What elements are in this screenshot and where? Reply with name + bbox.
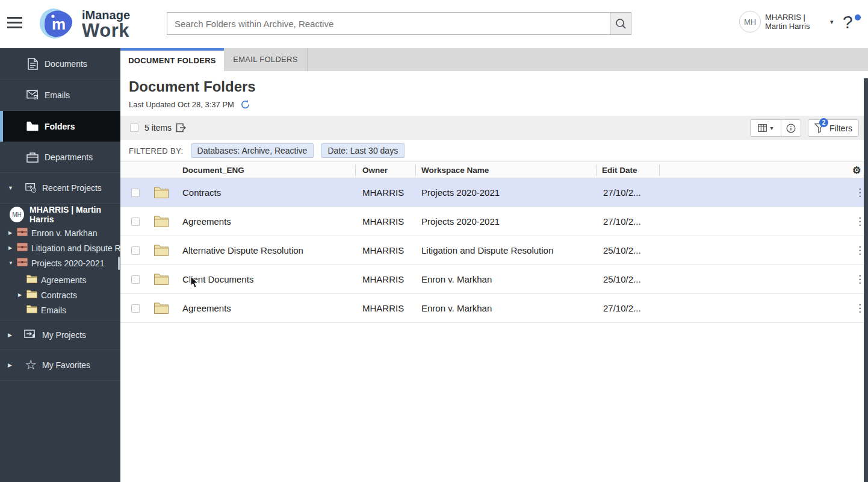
- table-view-icon: [758, 124, 767, 132]
- sidebar-scrollbar-thumb[interactable]: [118, 257, 120, 270]
- filters-count-badge: 2: [819, 118, 828, 127]
- workspace-icon: [17, 243, 28, 253]
- folder-name[interactable]: Agreements: [182, 294, 231, 323]
- help-button[interactable]: ?: [843, 11, 861, 35]
- filter-chip-date[interactable]: Date: Last 30 days: [321, 143, 405, 158]
- column-header-document[interactable]: Document_ENG: [182, 162, 244, 178]
- table-row[interactable]: Client Documents MHARRIS Enron v. Markha…: [120, 265, 868, 294]
- sidebar-item-label: Documents: [45, 59, 87, 69]
- brand-work: Work: [82, 22, 130, 40]
- column-header-workspace[interactable]: Workspace Name: [421, 162, 489, 178]
- column-settings-gear-icon[interactable]: ⚙: [852, 162, 861, 178]
- chevron-down-icon[interactable]: ▾: [830, 18, 834, 26]
- column-divider: [659, 164, 660, 176]
- tree-subfolder-agreements[interactable]: Agreements: [0, 272, 120, 287]
- column-divider: [415, 164, 416, 176]
- refresh-icon[interactable]: [240, 99, 250, 110]
- owner-cell: MHARRIS: [362, 207, 404, 236]
- column-header-owner[interactable]: Owner: [362, 162, 388, 178]
- info-icon: [786, 124, 796, 133]
- my-projects-icon: [24, 330, 37, 340]
- table-row[interactable]: Contracts MHARRIS Projects 2020-2021 27/…: [120, 178, 868, 207]
- caret-right-icon[interactable]: ▶: [8, 332, 12, 338]
- tree-subfolder-contracts[interactable]: ▶ Contracts: [0, 287, 120, 302]
- table-row[interactable]: Agreements MHARRIS Projects 2020-2021 27…: [120, 207, 868, 236]
- tree-item-projects-2020-2021[interactable]: ▼ Projects 2020-2021: [0, 255, 120, 271]
- tree-item-label: Contracts: [41, 290, 77, 300]
- svg-text:m: m: [52, 15, 66, 33]
- tree-subfolder-emails[interactable]: Emails: [0, 302, 120, 318]
- folder-icon: [26, 290, 37, 300]
- tab-email-folders[interactable]: EMAIL FOLDERS: [224, 48, 308, 71]
- owner-cell: MHARRIS: [362, 265, 404, 294]
- sidebar-item-label: My Projects: [42, 330, 86, 340]
- sidebar: Documents Emails Folders Departments ▼: [0, 48, 120, 482]
- folder-name[interactable]: Client Documents: [182, 265, 253, 294]
- caret-right-icon[interactable]: ▶: [8, 230, 12, 236]
- folder-icon: [26, 121, 39, 131]
- row-checkbox[interactable]: [131, 189, 140, 197]
- sidebar-item-folders[interactable]: Folders: [0, 111, 120, 142]
- caret-right-icon[interactable]: ▶: [8, 362, 12, 368]
- sidebar-item-emails[interactable]: Emails: [0, 80, 120, 111]
- sidebar-item-label: Folders: [45, 122, 75, 131]
- tree-item-litigation[interactable]: ▶ Litigation and Dispute Res: [0, 240, 120, 255]
- folder-name[interactable]: Alternative Dispute Resolution: [182, 236, 303, 265]
- star-icon: ☆: [24, 357, 37, 373]
- row-checkbox[interactable]: [131, 304, 140, 313]
- folder-icon: [26, 275, 37, 285]
- sidebar-item-documents[interactable]: Documents: [0, 48, 120, 80]
- tree-item-enron[interactable]: ▶ Enron v. Markhan: [0, 225, 120, 240]
- sidebar-item-departments[interactable]: Departments: [0, 142, 120, 173]
- avatar: MH: [739, 11, 761, 33]
- title-block: Document Folders Last Updated Oct 28, 3:…: [129, 78, 256, 110]
- row-checkbox[interactable]: [131, 218, 140, 226]
- folder-name[interactable]: Contracts: [182, 178, 221, 207]
- table-header: Document_ENG Owner Workspace Name Edit D…: [120, 161, 868, 178]
- main-content: DOCUMENT FOLDERS EMAIL FOLDERS Document …: [120, 48, 868, 482]
- table-row[interactable]: Alternative Dispute Resolution MHARRIS L…: [120, 236, 868, 265]
- info-button[interactable]: [781, 124, 801, 133]
- column-header-edit-date[interactable]: Edit Date: [602, 162, 637, 178]
- filtered-by-bar: FILTERED BY: Databases: Archive, Reactiv…: [120, 140, 868, 161]
- hamburger-menu-icon[interactable]: [7, 17, 22, 29]
- sidebar-item-my-favorites[interactable]: ▶ ☆ My Favorites: [0, 350, 120, 381]
- owner-cell: MHARRIS: [362, 294, 404, 323]
- search-button[interactable]: [610, 12, 631, 35]
- row-checkbox[interactable]: [131, 246, 140, 255]
- column-divider: [355, 164, 356, 176]
- caret-down-icon[interactable]: ▼: [8, 260, 13, 266]
- table-row[interactable]: Agreements MHARRIS Enron v. Markhan 27/1…: [120, 294, 868, 323]
- edit-date-cell: 27/10/2...: [603, 207, 641, 236]
- workspace-cell: Projects 2020-2021: [421, 207, 500, 236]
- row-checkbox[interactable]: [131, 275, 140, 284]
- folder-icon: [154, 187, 169, 200]
- sidebar-item-recent-projects[interactable]: ▼ Recent Projects: [0, 173, 120, 204]
- export-icon[interactable]: [176, 123, 187, 135]
- edit-date-cell: 25/10/2...: [603, 236, 641, 265]
- sidebar-item-my-projects[interactable]: ▶ My Projects: [0, 320, 120, 350]
- workspace-cell: Projects 2020-2021: [421, 178, 500, 207]
- tab-document-folders[interactable]: DOCUMENT FOLDERS: [120, 48, 224, 71]
- filter-chip-databases[interactable]: Databases: Archive, Reactive: [191, 143, 314, 158]
- workspace-icon: [17, 258, 28, 268]
- caret-right-icon[interactable]: ▶: [8, 245, 12, 251]
- caret-right-icon[interactable]: ▶: [18, 292, 22, 298]
- filters-button[interactable]: 2 Filters: [808, 119, 859, 137]
- caret-down-icon[interactable]: ▼: [8, 185, 13, 191]
- select-all-checkbox[interactable]: [130, 124, 138, 132]
- page-title: Document Folders: [129, 78, 256, 95]
- tree-user-node[interactable]: MH MHARRIS | Martin Harris: [0, 204, 120, 225]
- top-header: m iManage Work MH MHARRIS | Martin Harri…: [0, 0, 868, 48]
- folder-name[interactable]: Agreements: [182, 207, 231, 236]
- tree-user-label: MHARRIS | Martin Harris: [29, 205, 120, 224]
- user-menu[interactable]: MH MHARRIS | Martin Harris ▾: [739, 11, 834, 33]
- filters-label: Filters: [829, 124, 852, 133]
- tree-item-label: Litigation and Dispute Res: [31, 243, 129, 253]
- search-input[interactable]: [167, 12, 610, 35]
- view-options-group[interactable]: ▾: [750, 119, 801, 137]
- view-selector-button[interactable]: ▾: [751, 124, 781, 132]
- sidebar-item-label: Emails: [45, 90, 70, 100]
- imanage-work-logo: m iManage Work: [39, 5, 130, 43]
- workspace-cell: Enron v. Markhan: [421, 294, 492, 323]
